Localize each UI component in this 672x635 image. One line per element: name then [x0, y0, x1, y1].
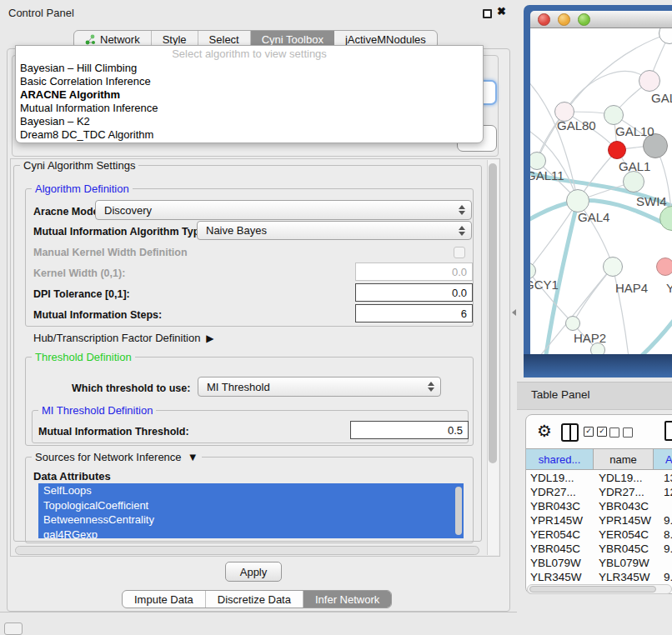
gear-icon[interactable]: ⚙ — [537, 421, 552, 441]
node-label: GAL4 — [578, 210, 609, 224]
close-icon[interactable]: ✖ — [497, 5, 506, 18]
aracne-mode-label: Aracne Mode: — [33, 206, 103, 218]
which-threshold-select[interactable]: MI Threshold — [198, 377, 441, 397]
column-header-name[interactable]: name — [594, 449, 654, 469]
cell: YLR345W — [595, 571, 659, 583]
apply-button[interactable]: Apply — [225, 562, 282, 582]
combo-value: Naive Bayes — [206, 224, 267, 237]
table-row[interactable]: YBR045CYBR045C9. — [526, 542, 672, 556]
table-row[interactable]: YBR043CYBR043C — [526, 499, 672, 513]
tab-impute-data[interactable]: Impute Data — [123, 591, 206, 608]
tab-label: jActiveMNodules — [345, 33, 426, 46]
sources-toggle[interactable]: Sources for Network Inference ▼ — [32, 451, 202, 463]
node[interactable] — [639, 70, 660, 92]
combo-arrows-icon — [459, 205, 465, 215]
vertical-scrollbar-thumb[interactable] — [489, 163, 497, 463]
zoom-traffic-light-icon[interactable] — [578, 13, 590, 26]
dropdown-item[interactable]: Basic Correlation Inference — [16, 75, 483, 88]
table-row[interactable]: YPR145WYPR145W9. — [526, 513, 672, 528]
cell: 12 — [659, 486, 672, 498]
select-all-checks[interactable]: ✓ ✓ — [584, 427, 607, 437]
node-label: HAP2 — [574, 331, 606, 345]
node-gal4[interactable] — [566, 189, 589, 212]
network-window-titlebar[interactable] — [530, 11, 672, 28]
hub-definition-label: Hub/Transcription Factor Definition — [33, 332, 200, 344]
tab-label: Network — [100, 33, 140, 46]
network-icon — [85, 34, 96, 45]
dropdown-item-selected[interactable]: ARACNE Algorithm — [16, 88, 483, 102]
tab-infer-network[interactable]: Infer Network — [303, 591, 391, 608]
bottom-left-widget-partial[interactable] — [4, 622, 23, 635]
node-gal10[interactable] — [604, 105, 624, 125]
dropdown-item[interactable]: Bayesian – K2 — [16, 115, 483, 128]
node-salmon[interactable] — [656, 258, 672, 276]
combo-value: MI Threshold — [207, 381, 270, 393]
column-header-partial[interactable]: A — [654, 449, 672, 469]
table-row[interactable]: YDR27...YDR27...12 — [526, 485, 672, 499]
cell: YBR043C — [595, 500, 659, 512]
node-selected-red[interactable] — [608, 141, 626, 159]
dropdown-item[interactable]: Mutual Information Inference — [16, 102, 483, 115]
list-item[interactable]: SelfLoops — [38, 483, 464, 498]
tab-label: Infer Network — [315, 593, 379, 606]
tab-discretize-data[interactable]: Discretize Data — [206, 591, 303, 608]
panel-collapse-arrow[interactable] — [512, 309, 516, 316]
hub-definition-toggle[interactable]: Hub/Transcription Factor Definition ▶ — [33, 332, 214, 344]
data-attributes-list[interactable]: SelfLoops TopologicalCoefficient Between… — [38, 483, 464, 538]
node-label: SWI4 — [636, 194, 667, 208]
horizontal-scrollbar-thumb[interactable] — [15, 546, 479, 555]
tab-label: Style — [163, 33, 187, 46]
aracne-mode-select[interactable]: Discovery — [95, 200, 472, 220]
cell: YBL079W — [526, 557, 595, 569]
unchecked-checkbox-icon — [609, 428, 619, 438]
checked-checkbox-icon: ✓ — [597, 427, 607, 437]
cell: YPR145W — [595, 514, 659, 527]
deselect-all-checks[interactable] — [609, 428, 633, 438]
list-item[interactable]: gal4RGexp — [38, 528, 464, 539]
table-body[interactable]: YDL19...YDL19...13 YDR27...YDR27...12 YB… — [526, 471, 672, 584]
unchecked-checkbox-icon — [623, 428, 633, 438]
cell: YDL19... — [526, 472, 595, 484]
panel-title: Control Panel — [8, 7, 74, 19]
list-scrollbar-thumb[interactable] — [455, 487, 462, 535]
dropdown-item[interactable]: Bayesian – Hill Climbing — [16, 62, 483, 75]
manual-kernel-checkbox[interactable] — [454, 247, 465, 258]
cell: YDR27... — [526, 486, 595, 498]
page-icon-partial[interactable] — [664, 421, 672, 441]
mi-steps-field[interactable]: 6 — [355, 304, 473, 322]
float-window-icon[interactable] — [483, 9, 492, 18]
panel-divider — [0, 612, 517, 612]
group-title: Threshold Definition — [32, 351, 135, 363]
minimize-traffic-light-icon[interactable] — [558, 13, 570, 26]
cell: 8. — [659, 528, 672, 541]
checked-checkbox-icon: ✓ — [584, 427, 594, 437]
kernel-width-field[interactable]: 0.0 — [355, 262, 473, 281]
data-attributes-label: Data Attributes — [33, 470, 111, 482]
group-title: Cyni Algorithm Settings — [20, 159, 138, 172]
list-item[interactable]: BetweennessCentrality — [38, 512, 464, 528]
node-label: Y — [666, 281, 672, 295]
table-row[interactable]: YLR345WYLR345W9. — [526, 570, 672, 584]
columns-icon[interactable] — [561, 423, 579, 442]
dropdown-item[interactable]: Dream8 DC_TDC Algorithm — [16, 128, 483, 142]
tab-label: Impute Data — [134, 593, 193, 606]
table-row[interactable]: YDL19...YDL19...13 — [526, 471, 672, 485]
list-item[interactable]: TopologicalCoefficient — [38, 498, 464, 513]
node-hap2[interactable] — [565, 316, 580, 331]
cell: YER054C — [526, 528, 595, 541]
dpi-tolerance-field[interactable]: 0.0 — [355, 283, 473, 302]
network-canvas[interactable]: GAL GAL80 GAL10 GAL1 GAL11 SWI4 GAL4 GCY… — [530, 28, 672, 354]
mi-threshold-field[interactable]: 0.5 — [350, 421, 469, 439]
node-gal1[interactable] — [623, 171, 644, 192]
table-row[interactable]: YBL079WYBL079W — [526, 556, 672, 570]
table-row[interactable]: YER054CYER054C8. — [526, 528, 672, 542]
close-traffic-light-icon[interactable] — [538, 13, 550, 26]
combo-arrows-icon — [428, 382, 434, 392]
node-label: GAL80 — [557, 118, 596, 132]
table-hscrollbar-thumb[interactable] — [529, 586, 656, 592]
cell: 13 — [659, 472, 672, 484]
node-hap4[interactable] — [603, 257, 623, 277]
column-header-shared[interactable]: shared... — [526, 449, 594, 469]
mi-type-select[interactable]: Naive Bayes — [197, 221, 472, 240]
algorithm-dropdown-list: Select algorithm to view settings Bayesi… — [15, 45, 484, 143]
